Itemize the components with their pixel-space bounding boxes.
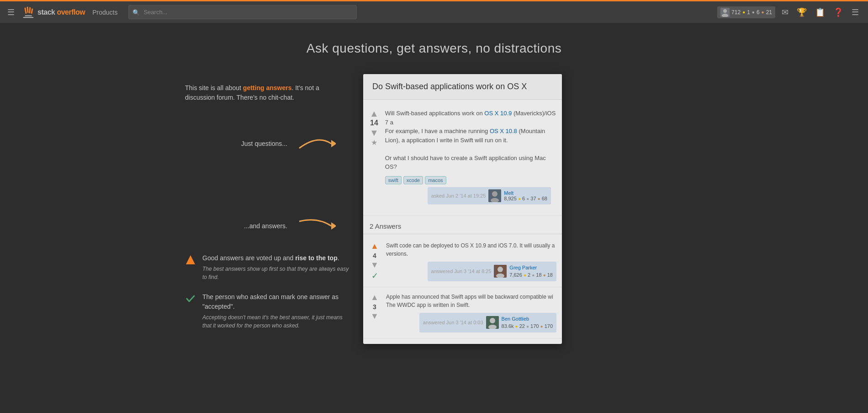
a2-silver: 170 [530,323,539,329]
answer1-vote-area: ▲ 4 ▼ ✓ [363,240,386,283]
achievements-icon[interactable]: 🏆 [795,5,809,19]
answer2-author-card: answered Jun 3 '14 at 0:03 Ben Gottlieb … [419,313,556,333]
question-author-name[interactable]: Melt [504,190,513,196]
content-area: This site is all about getting answers. … [171,74,697,350]
answer1-author-name[interactable]: Greg Parker [509,265,537,270]
tag-macos[interactable]: macos [425,176,446,184]
hamburger-menu-icon[interactable]: ☰ [7,7,15,17]
answer-2: ▲ 3 ▼ Apple has announced that Swift app… [363,287,562,338]
question-text: Will Swift-based applications work on OS… [385,109,556,172]
svg-marker-9 [186,255,195,264]
answer1-text: Swift code can be deployed to OS X 10.9 … [386,242,555,257]
answer1-downvote-icon[interactable]: ▼ [370,260,379,270]
link-osx108[interactable]: OS X 10.8 [490,128,517,134]
svg-point-17 [490,318,495,323]
answer1-meta: answered Jun 3 '14 at 8:25 Greg Parker 7… [386,262,556,281]
question-content: Will Swift-based applications work on OS… [385,105,562,211]
svg-rect-2 [29,7,31,13]
arrow2-container: ...and answers. [185,212,349,240]
review-icon[interactable]: 📋 [813,5,827,19]
feature1-subtext: The best answers show up first so that t… [202,265,349,281]
answer2-vote-area: ▲ 3 ▼ [363,291,386,323]
gold-badge: ● [742,10,745,15]
feature-accepted-text: The person who asked can mark one answer… [202,292,349,330]
a2-bronze-dot: ● [540,324,543,329]
question-author-rep: 8,925 [504,196,517,201]
upvote-button[interactable]: ▲ [370,109,379,118]
link-osx109[interactable]: OS X 10.9 [484,110,512,117]
question-vote-area: ▲ 14 ▼ ★ [363,105,385,150]
inbox-icon[interactable]: ✉ [780,5,790,19]
page-headline: Ask questions, get answers, no distracti… [307,41,561,56]
q-author-silver: 37 [530,196,536,201]
svg-point-11 [492,191,498,197]
answer2-vote-count: 3 [373,303,376,311]
q-author-bronze: 68 [542,196,547,201]
svg-marker-8 [331,222,336,230]
a1-bronze: 18 [547,272,553,278]
svg-marker-7 [331,140,336,147]
more-icon[interactable]: ☰ [850,5,861,19]
answer2-content: Apple has announced that Swift apps will… [386,291,562,334]
feature-voted-text: Good answers are voted up and rise to th… [202,253,349,281]
user-badge[interactable]: 712 ● 1 ● 6 ● 21 [717,6,775,18]
products-nav-link[interactable]: Products [92,9,117,16]
feature2-subtext: Accepting doesn't mean it's the best ans… [202,313,349,330]
gold-count: 1 [747,9,750,16]
search-input[interactable] [128,5,357,19]
a2-silver-dot: ● [526,324,529,329]
feature-voted-up: Good answers are voted up and rise to th… [185,253,349,281]
q-author-gold-dot: ● [518,196,521,201]
answer2-meta: answered Jun 3 '14 at 0:03 Ben Gottlieb … [386,313,556,333]
question-preview: Do Swift-based applications work on OS X… [363,74,562,344]
a2-bronze: 170 [545,323,553,329]
svg-rect-0 [24,7,26,13]
search-bar: 🔍 [128,5,357,19]
question-author-card: asked Jun 2 '14 at 19:25 Melt 8,925 ● 6 [428,187,551,204]
answer2-text: Apple has announced that Swift apps will… [386,294,553,308]
answer2-answered-date: answered Jun 3 '14 at 0:03 [423,319,483,327]
feature-accepted: The person who asked can mark one answer… [185,292,349,330]
answer1-accepted-icon: ✓ [371,271,378,281]
arrow1-container: Just questions... [185,130,349,157]
search-icon: 🔍 [132,9,140,16]
avatar [720,8,730,17]
q-author-gold: 6 [522,196,525,201]
upvote-icon [185,254,196,265]
question-title: Do Swift-based applications work on OS X [363,74,562,100]
a1-silver-dot: ● [532,273,535,278]
tag-xcode[interactable]: xcode [403,176,423,184]
arrow2-icon [295,212,336,240]
a2-gold: 22 [519,323,525,329]
answer2-author-info: Ben Gottlieb 83.6k ● 22 ● 170 ● 170 [502,315,553,330]
site-logo[interactable]: stack overflow [22,6,85,19]
feature1-text: Good answers are voted up and rise to th… [202,254,339,262]
silver-badge: ● [752,10,755,15]
question-vote-count: 14 [370,119,378,127]
downvote-button[interactable]: ▼ [370,128,379,137]
accepted-icon [185,293,196,304]
favorite-button[interactable]: ★ [371,138,377,147]
feature2-text: The person who asked can mark one answer… [202,293,339,310]
answer1-upvote-icon[interactable]: ▲ [370,241,379,251]
answer2-author-avatar [486,316,499,329]
answers-header: 2 Answers [363,219,562,234]
a1-gold-dot: ● [524,273,526,278]
tag-swift[interactable]: swift [385,176,402,184]
intro-prefix: This site is all about [185,84,243,91]
answer2-upvote-icon[interactable]: ▲ [370,293,379,302]
svg-rect-1 [27,6,29,12]
arrow2-label: ...and answers. [244,221,287,231]
answer1-author-info: Greg Parker 7,626 ● 2 ● 18 ● 18 [509,264,553,279]
asked-date: asked Jun 2 '14 at 19:25 [431,193,486,198]
help-icon[interactable]: ❓ [831,5,845,19]
answer1-author-avatar [494,265,507,278]
q-author-bronze-dot: ● [538,196,540,201]
answer2-author-name[interactable]: Ben Gottlieb [502,316,529,322]
answer1-answered-date: answered Jun 3 '14 at 8:25 [431,268,492,275]
question-row: ▲ 14 ▼ ★ Will Swift-based applications w… [363,105,562,216]
topbar: ☰ stack overflow Products 🔍 712 ● [0,0,868,23]
bronze-badge: ● [762,10,764,15]
answer1-author-card: answered Jun 3 '14 at 8:25 Greg Parker 7… [428,262,556,281]
answer2-downvote-icon[interactable]: ▼ [370,311,379,321]
